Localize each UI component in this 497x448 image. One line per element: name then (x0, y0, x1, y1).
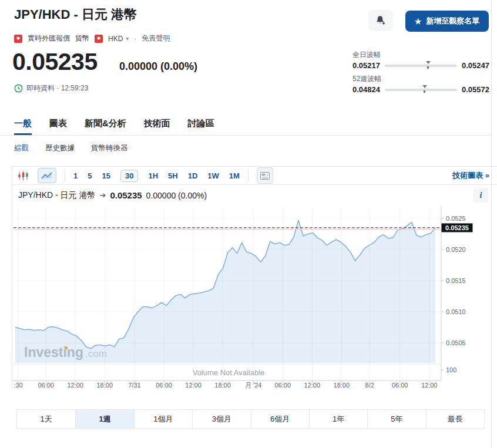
svg-text:06:00: 06:00 (156, 382, 172, 389)
instrument-meta: ✱ 實時外匯報價 貨幣 ✱ HKD ▾ · 免責聲明 (14, 33, 170, 43)
main-tabs: 一般 圖表 新聞&分析 技術面 討論區 (0, 116, 491, 136)
area-chart-icon[interactable] (38, 168, 56, 183)
chart-toolbar: 1 5 15 30 1H 5H 1D 1W 1M 技術圖表 » (12, 167, 497, 185)
day-range-high: 0.05247 (462, 61, 489, 70)
period-6months[interactable]: 6個月 (251, 410, 309, 428)
instrument-page: JPY/HKD - 日元 港幣 ✱ 實時外匯報價 貨幣 ✱ HKD ▾ · 免責… (0, 0, 497, 448)
technical-chart-link[interactable]: 技術圖表 » (452, 170, 489, 181)
toolbar-divider (248, 170, 248, 181)
toolbar-divider (65, 170, 65, 181)
svg-text:0.0510: 0.0510 (446, 308, 466, 315)
chart-symbol: JPY/HKD - 日元 港幣 (18, 190, 95, 201)
svg-text::30: :30 (14, 382, 22, 389)
svg-text:0.0515: 0.0515 (446, 277, 466, 284)
sub-tabs: 綜觀 歷史數據 貨幣轉換器 (14, 143, 128, 153)
svg-text:0.0505: 0.0505 (446, 339, 466, 346)
svg-text:0.05235: 0.05235 (445, 224, 469, 231)
day-range-label: 全日波幅 (352, 50, 489, 60)
last-price: 0.05235 (12, 48, 98, 76)
interval-1h[interactable]: 1H (148, 171, 158, 180)
period-1month[interactable]: 1個月 (134, 410, 192, 428)
svg-text:12:00: 12:00 (67, 382, 83, 389)
star-icon: ★ (415, 17, 422, 26)
day-range-row: 0.05217 0.05247 (352, 61, 489, 70)
period-3months[interactable]: 3個月 (192, 410, 250, 428)
day-range-low: 0.05217 (352, 61, 380, 70)
period-5years[interactable]: 5年 (367, 410, 425, 428)
svg-text:12:00: 12:00 (304, 382, 321, 389)
tab-charts[interactable]: 圖表 (49, 118, 67, 135)
chart-widget: 1 5 15 30 1H 5H 1D 1W 1M 技術圖表 » JP (12, 166, 497, 389)
tab-technical[interactable]: 技術面 (144, 118, 170, 135)
range-panel: 全日波幅 0.05217 0.05247 52週波幅 0.04824 0.055… (352, 50, 489, 98)
interval-1w[interactable]: 1W (207, 171, 219, 180)
period-selector: 1天 1週 1個月 3個月 6個月 1年 5年 最長 (16, 409, 485, 429)
chart-header: JPY/HKD - 日元 港幣 ➔ 0.05235 0.00000 (0.00%… (12, 185, 497, 206)
svg-text:18:00: 18:00 (334, 382, 350, 389)
week52-range-row: 0.04824 0.05572 (352, 85, 489, 94)
week52-range-marker (422, 85, 427, 93)
svg-text:Volume Not Available: Volume Not Available (193, 368, 265, 377)
svg-text:18:00: 18:00 (96, 382, 113, 389)
svg-text:06:00: 06:00 (275, 382, 291, 389)
week52-range-track (385, 89, 457, 91)
realtime-row: 即時資料 · 12:59:23 (14, 83, 88, 93)
svg-text:18:00: 18:00 (214, 382, 231, 389)
currency-select[interactable]: HKD (108, 35, 123, 43)
tab-news-analysis[interactable]: 新聞&分析 (85, 118, 126, 135)
day-range-track (385, 65, 457, 67)
interval-30[interactable]: 30 (120, 170, 138, 182)
price-chart[interactable]: :3006:0012:0018:007/3106:0012:0018:00月 '… (12, 206, 497, 389)
week52-range-low: 0.04824 (352, 85, 380, 94)
hk-flag-icon: ✱ (95, 35, 103, 43)
page-title: JPY/HKD - 日元 港幣 (14, 6, 137, 23)
interval-5h[interactable]: 5H (168, 171, 178, 180)
disclaimer-link[interactable]: 免責聲明 (142, 33, 170, 43)
watchlist-button-label: 新增至觀察名單 (426, 16, 479, 26)
arrow-right-icon: ➔ (99, 191, 106, 200)
week52-range-high: 0.05572 (462, 85, 489, 94)
subtab-overview[interactable]: 綜觀 (14, 143, 29, 153)
svg-text:100: 100 (446, 366, 456, 373)
interval-1[interactable]: 1 (73, 171, 78, 180)
info-icon[interactable]: i (474, 188, 488, 203)
subtab-currency-converter[interactable]: 貨幣轉換器 (91, 143, 128, 153)
svg-text:0.0525: 0.0525 (446, 215, 466, 222)
price-change: 0.00000 (0.00%) (119, 60, 197, 73)
add-to-watchlist-button[interactable]: ★ 新增至觀察名單 (405, 11, 489, 32)
interval-1m[interactable]: 1M (229, 171, 240, 180)
period-1year[interactable]: 1年 (309, 410, 367, 428)
candlestick-chart-icon[interactable] (18, 171, 29, 181)
interval-group: 1 5 15 30 1H 5H 1D 1W 1M (73, 170, 240, 182)
svg-text:月 '24: 月 '24 (245, 382, 261, 389)
tab-forum[interactable]: 討論區 (188, 118, 214, 135)
subtab-historical-data[interactable]: 歷史數據 (45, 143, 75, 153)
create-alert-button[interactable] (368, 10, 393, 31)
week52-range-label: 52週波幅 (352, 74, 489, 84)
quote-type-label: 實時外匯報價 (28, 33, 70, 43)
realtime-timestamp: 即時資料 · 12:59:23 (26, 83, 88, 93)
interval-1d[interactable]: 1D (188, 171, 198, 180)
clock-icon (14, 84, 23, 93)
svg-text:12:00: 12:00 (185, 382, 202, 389)
svg-text:7/31: 7/31 (128, 382, 140, 389)
chart-events-icon[interactable] (257, 167, 273, 184)
svg-text:06:00: 06:00 (392, 382, 408, 389)
tab-general[interactable]: 一般 (14, 118, 32, 135)
chart-price-change: 0.00000 (0.00%) (146, 191, 207, 200)
interval-5[interactable]: 5 (88, 171, 92, 180)
currency-label: 貨幣 (75, 33, 89, 43)
day-range-marker (426, 61, 431, 69)
svg-text:12:00: 12:00 (421, 382, 438, 389)
svg-text:8/2: 8/2 (365, 382, 374, 389)
chevron-down-icon[interactable]: ▾ (126, 35, 129, 42)
dot-separator: · (134, 35, 136, 43)
period-1week[interactable]: 1週 (75, 410, 133, 428)
interval-15[interactable]: 15 (102, 171, 110, 180)
period-max[interactable]: 最長 (426, 410, 484, 428)
chart-last-price: 0.05235 (110, 190, 142, 200)
svg-text:0.0520: 0.0520 (446, 246, 466, 253)
hk-flag-icon: ✱ (14, 35, 22, 43)
bell-plus-icon (375, 15, 387, 26)
period-1day[interactable]: 1天 (17, 410, 75, 428)
